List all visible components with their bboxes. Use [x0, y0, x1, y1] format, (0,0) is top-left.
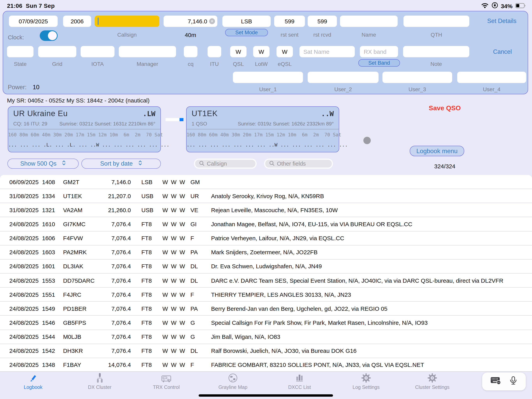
dxcc-cell: PA: [190, 249, 198, 256]
home-indicator[interactable]: [199, 394, 333, 396]
table-row[interactable]: 24/08/20251610GI7KMC7,076.4FT8WWWGIJonat…: [0, 217, 532, 231]
frequency-field[interactable]: 7,146.0✕: [164, 16, 217, 27]
qth-label: QTH: [404, 32, 469, 38]
manager-field[interactable]: [119, 46, 176, 57]
frequency-cell: 7,076.4: [92, 235, 131, 241]
date-cell: 31/08/2025: [9, 193, 38, 199]
microphone-icon[interactable]: [509, 376, 518, 387]
antenna-icon: [76, 373, 123, 383]
tab-label: DX Cluster: [76, 385, 123, 390]
note-field[interactable]: [403, 46, 469, 57]
tab-trx-control[interactable]: TRX Control: [143, 373, 190, 390]
battery-percent: 34%: [501, 3, 513, 9]
user2-field[interactable]: [308, 72, 379, 83]
mode-field[interactable]: LSB: [222, 16, 271, 27]
time-field[interactable]: 2006: [63, 16, 91, 27]
details-cell: FABRICE GOMBART, 83210 SOLLIES PONT, N/A…: [211, 362, 529, 368]
save-qso-button[interactable]: Save QSO: [421, 104, 468, 112]
callsign-title: UT1EK: [192, 109, 218, 118]
show-qs-select[interactable]: Show 500 Qs: [7, 159, 79, 169]
mode-cell: FT8: [141, 362, 152, 368]
table-row[interactable]: 24/08/20251606F4FVW7,076.4FT8WWWFPatrice…: [0, 231, 532, 245]
details-cell: Patrice Verheyen, Laifour, N/A, JN29, vi…: [211, 235, 529, 241]
table-row[interactable]: 24/08/20251553DD75DARC7,076.4FT8WWWDLDAR…: [0, 273, 532, 287]
details-cell: DARC e.V. DARC Team SES, Special Event S…: [211, 277, 529, 284]
table-row[interactable]: 24/08/20251551F4JRC7,076.4FT8WWWFTHIERRY…: [0, 287, 532, 301]
tab-dx-cluster[interactable]: DX Cluster: [76, 373, 123, 390]
state-field[interactable]: [7, 46, 33, 57]
band-header-row: 160 80m 60m 40m 30m 20m 17m 15m 12m 10m …: [187, 132, 339, 138]
other-fields-search-input[interactable]: Other fields: [264, 159, 333, 169]
tab-cluster-settings[interactable]: Cluster Settings: [409, 373, 456, 390]
sat-name-field[interactable]: Sat Name: [299, 46, 355, 57]
tab-dxcc-list[interactable]: DXCC List: [276, 373, 323, 390]
power-value: 10: [33, 84, 48, 91]
table-row[interactable]: 06/09/20251408GM2T7,146.0LSBWWWGM: [0, 175, 532, 189]
keyboard-icon[interactable]: [490, 376, 501, 386]
set-details-link[interactable]: Set Details: [487, 18, 516, 25]
rst-sent-label: rst sent: [274, 32, 305, 38]
frequency-cell: 14,076.4: [92, 362, 131, 368]
lotw-cell: W: [171, 348, 177, 354]
date-cell: 24/08/2025: [9, 305, 38, 312]
callsign-cell: DD75DARC: [63, 277, 95, 284]
frequency-cell: 21,207.0: [92, 193, 131, 199]
frequency-cell: 7,076.4: [92, 291, 131, 298]
eqsl-field[interactable]: W: [277, 46, 293, 57]
table-row[interactable]: 31/08/20251334UT1EK21,207.0USBWWWURAnato…: [0, 189, 532, 203]
rst-rcvd-field[interactable]: 599: [308, 16, 337, 27]
cancel-link[interactable]: Cancel: [493, 48, 512, 55]
tab-logbook[interactable]: Logbook: [10, 373, 57, 390]
lotw-cell: W: [171, 291, 177, 298]
orientation-lock-icon: [492, 2, 498, 10]
user3-field[interactable]: [382, 72, 452, 83]
clear-icon[interactable]: ✕: [209, 18, 215, 24]
table-row[interactable]: 24/08/20251546GB5FPS7,076.4FT8WWWGSpecia…: [0, 315, 532, 329]
user1-field[interactable]: [233, 72, 303, 83]
callsign-input[interactable]: [95, 16, 159, 27]
qsl-cell: W: [162, 193, 168, 199]
table-row[interactable]: 24/08/20251549PD1BER7,076.4FT8WWWPABerry…: [0, 301, 532, 315]
table-row[interactable]: 24/08/20251348F1BAY14,076.4FT8WWWFFABRIC…: [0, 358, 532, 372]
logbook-menu-button[interactable]: Logbook menu: [410, 146, 464, 156]
set-band-button[interactable]: Set Band: [358, 59, 400, 67]
divider: [187, 129, 339, 129]
details-cell: Berry Berend-Jan van den Berg, Ugchelen,…: [211, 305, 529, 312]
search-icon: [199, 160, 204, 167]
grid-field[interactable]: [38, 46, 76, 57]
table-row[interactable]: 24/08/20251542DH3KR7,076.4FT8WWWDLRalf B…: [0, 343, 532, 358]
chevron-up-down-icon: [62, 160, 66, 167]
rx-band-field[interactable]: RX band: [360, 46, 398, 57]
globe-icon: [209, 373, 256, 383]
itu-field[interactable]: [208, 46, 221, 57]
dxcc-cell: GM: [190, 179, 200, 185]
lotw-field[interactable]: W: [253, 46, 270, 57]
callsign-search-input[interactable]: Callsign: [194, 159, 257, 169]
table-row[interactable]: 31/08/20251321VA2AM21,260.0USBWWWVERejea…: [0, 203, 532, 217]
qth-field[interactable]: [404, 16, 469, 27]
power-label: Power:: [6, 84, 31, 91]
tab-log-settings[interactable]: Log Settings: [343, 373, 389, 390]
mode-cell: LSB: [141, 179, 152, 185]
cq-field[interactable]: [184, 46, 197, 57]
callsign-sun-distance: Sunrise: 0319z Sunset: 1626z 2332km 89°: [238, 121, 334, 127]
clock-toggle[interactable]: [40, 30, 58, 41]
table-row[interactable]: 24/08/20251601DL3IAK7,076.4FT8WWWDLDr. E…: [0, 259, 532, 273]
dxcc-cell: GI: [190, 221, 197, 227]
lotw-label: LotW: [253, 61, 270, 67]
iota-field[interactable]: [81, 46, 114, 57]
sort-select[interactable]: Sort by date: [81, 159, 161, 169]
set-mode-button[interactable]: Set Mode: [225, 29, 268, 36]
date-field[interactable]: 07/09/2025: [9, 16, 58, 27]
name-field[interactable]: [340, 16, 398, 27]
qsl-field[interactable]: W: [230, 46, 247, 57]
cq-label: cq: [184, 61, 197, 67]
details-cell: Jonathan Magee, Belfast, N/A, IO74, EU-1…: [211, 221, 529, 227]
tab-grayline-map[interactable]: Grayline Map: [209, 373, 256, 390]
date-cell: 24/08/2025: [9, 277, 38, 284]
rst-sent-field[interactable]: 599: [274, 16, 305, 27]
table-row[interactable]: 24/08/20251603PA2MRK7,076.4FT8WWWPAMark …: [0, 245, 532, 259]
user4-field[interactable]: [457, 72, 526, 83]
table-row[interactable]: 24/08/20251544M0LJB7,076.4FT8WWWGJim Bal…: [0, 329, 532, 343]
details-cell: Rejean Leveille, Mascouche, N/A, FN35ES,…: [211, 207, 529, 213]
